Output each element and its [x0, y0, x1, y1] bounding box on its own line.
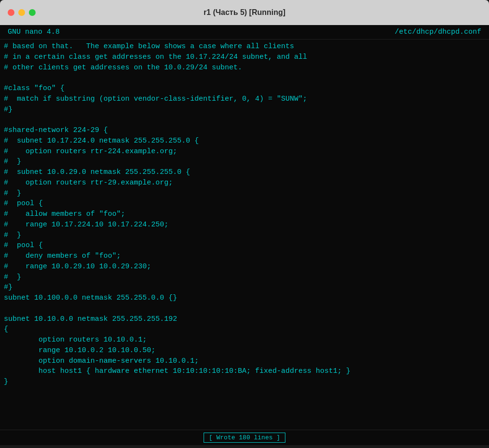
minimize-button[interactable] — [18, 9, 25, 16]
editor-line: #class "foo" { — [4, 83, 485, 94]
editor-line — [4, 303, 485, 314]
maximize-button[interactable] — [29, 9, 36, 16]
editor-line: # } — [4, 188, 485, 199]
nano-header: GNU nano 4.8 /etc/dhcp/dhcpd.conf — [0, 25, 489, 40]
editor-line: # subnet 10.17.224.0 netmask 255.255.255… — [4, 136, 485, 146]
editor-area[interactable]: # based on that. The example below shows… — [0, 40, 489, 430]
editor-line — [4, 73, 485, 83]
status-bar: [ Wrote 180 lines ] — [0, 430, 489, 445]
editor-line: subnet 10.10.0.0 netmask 255.255.255.192 — [4, 314, 485, 325]
editor-line: # based on that. The example below shows… — [4, 41, 485, 52]
editor-line: option domain-name-servers 10.10.0.1; — [4, 356, 485, 367]
editor-line: range 10.10.0.2 10.10.0.50; — [4, 345, 485, 356]
editor-line: # } — [4, 272, 485, 283]
editor-line: host host1 { hardware ethernet 10:10:10:… — [4, 366, 485, 377]
editor-line: # } — [4, 230, 485, 241]
nano-filename: /etc/dhcp/dhcpd.conf — [395, 28, 481, 36]
editor-line: # subnet 10.0.29.0 netmask 255.255.255.0… — [4, 167, 485, 178]
status-badge: [ Wrote 180 lines ] — [204, 433, 285, 443]
editor-line: } — [4, 377, 485, 387]
nano-app-name: GNU nano 4.8 — [8, 28, 60, 36]
editor-line: { — [4, 324, 485, 335]
editor-line: #shared-network 224-29 { — [4, 125, 485, 136]
title-bar: r1 (Часть 5) [Running] — [0, 0, 489, 25]
editor-line: # pool { — [4, 240, 485, 251]
editor-line: subnet 10.100.0.0 netmask 255.255.0.0 {} — [4, 293, 485, 303]
editor-line: #} — [4, 105, 485, 115]
editor-line: # range 10.17.224.10 10.17.224.250; — [4, 220, 485, 230]
editor-line: # allow members of "foo"; — [4, 209, 485, 220]
window-title: r1 (Часть 5) [Running] — [204, 8, 285, 17]
editor-line: # option routers rtr-224.example.org; — [4, 146, 485, 157]
editor-line: # option routers rtr-29.example.org; — [4, 178, 485, 188]
editor-line: option routers 10.10.0.1; — [4, 335, 485, 345]
editor-line — [4, 115, 485, 125]
editor-line: # range 10.0.29.10 10.0.29.230; — [4, 262, 485, 272]
editor-line: # other clients get addresses on the 10.… — [4, 63, 485, 73]
close-button[interactable] — [8, 9, 14, 16]
editor-line: # in a certain class get addresses on th… — [4, 52, 485, 63]
editor-line: # } — [4, 157, 485, 167]
editor-line: # deny members of "foo"; — [4, 251, 485, 262]
editor-line: # pool { — [4, 198, 485, 209]
editor-line: #} — [4, 282, 485, 293]
editor-line: # match if substring (option vendor-clas… — [4, 94, 485, 105]
window-controls[interactable] — [8, 9, 36, 16]
